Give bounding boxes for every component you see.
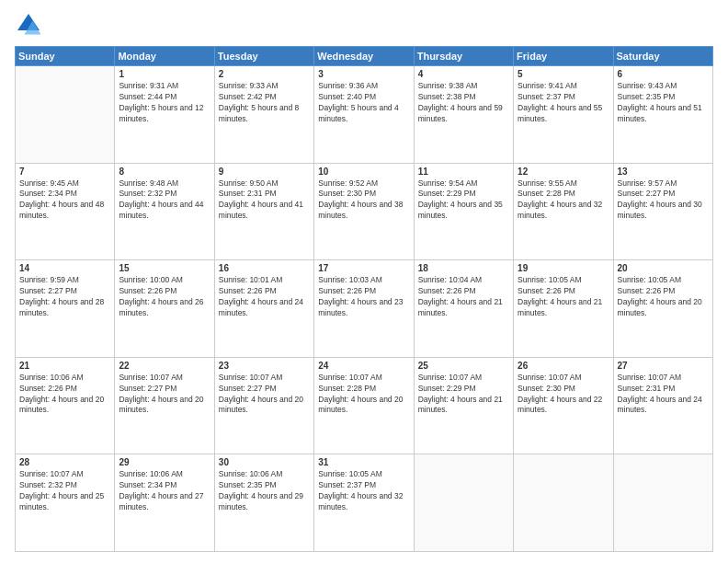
calendar-week-3: 14 Sunrise: 9:59 AM Sunset: 2:27 PM Dayl… [16, 260, 713, 358]
calendar-cell: 29 Sunrise: 10:06 AM Sunset: 2:34 PM Day… [115, 454, 214, 552]
sunrise-label: Sunrise: 10:04 AM [418, 275, 482, 284]
sunrise-label: Sunrise: 10:05 AM [518, 275, 581, 284]
sunset-label: Sunset: 2:27 PM [19, 286, 77, 295]
day-number: 8 [119, 167, 210, 177]
day-number: 5 [518, 69, 609, 79]
day-info: Sunrise: 10:05 AM Sunset: 2:26 PM Daylig… [518, 275, 609, 319]
day-info: Sunrise: 10:07 AM Sunset: 2:32 PM Daylig… [19, 469, 110, 513]
day-info: Sunrise: 10:00 AM Sunset: 2:26 PM Daylig… [119, 275, 210, 319]
day-info: Sunrise: 10:04 AM Sunset: 2:26 PM Daylig… [418, 275, 509, 319]
calendar-header-thursday: Thursday [414, 47, 513, 66]
daylight-label: Daylight: 4 hours and 30 minutes. [618, 200, 702, 220]
sunrise-label: Sunrise: 10:06 AM [219, 469, 282, 478]
daylight-label: Daylight: 4 hours and 23 minutes. [318, 297, 403, 317]
calendar-header-wednesday: Wednesday [314, 47, 414, 66]
daylight-label: Daylight: 4 hours and 20 minutes. [19, 395, 104, 415]
daylight-label: Daylight: 4 hours and 35 minutes. [418, 200, 503, 220]
day-info: Sunrise: 9:43 AM Sunset: 2:35 PM Dayligh… [618, 81, 709, 125]
day-info: Sunrise: 9:33 AM Sunset: 2:42 PM Dayligh… [219, 81, 310, 125]
sunrise-label: Sunrise: 10:03 AM [318, 275, 381, 284]
daylight-label: Daylight: 4 hours and 24 minutes. [219, 297, 303, 317]
daylight-label: Daylight: 5 hours and 4 minutes. [318, 103, 398, 123]
sunrise-label: Sunrise: 10:07 AM [219, 373, 282, 382]
sunrise-label: Sunrise: 9:57 AM [618, 178, 677, 188]
calendar-cell: 23 Sunrise: 10:07 AM Sunset: 2:27 PM Day… [214, 357, 313, 454]
sunrise-label: Sunrise: 10:07 AM [618, 373, 681, 382]
sunset-label: Sunset: 2:28 PM [318, 384, 376, 393]
day-info: Sunrise: 10:07 AM Sunset: 2:28 PM Daylig… [318, 373, 409, 417]
daylight-label: Daylight: 4 hours and 27 minutes. [119, 491, 203, 511]
day-number: 14 [19, 263, 110, 273]
sunset-label: Sunset: 2:35 PM [618, 92, 676, 101]
calendar-cell: 30 Sunrise: 10:06 AM Sunset: 2:35 PM Day… [214, 454, 313, 552]
sunrise-label: Sunrise: 10:07 AM [318, 373, 381, 382]
logo-icon [15, 11, 42, 39]
calendar-cell: 16 Sunrise: 10:01 AM Sunset: 2:26 PM Day… [214, 260, 313, 358]
sunset-label: Sunset: 2:26 PM [19, 384, 77, 393]
day-number: 24 [318, 361, 409, 371]
daylight-label: Daylight: 4 hours and 25 minutes. [19, 491, 104, 511]
daylight-label: Daylight: 4 hours and 32 minutes. [318, 491, 403, 511]
calendar-cell: 3 Sunrise: 9:36 AM Sunset: 2:40 PM Dayli… [314, 66, 414, 164]
day-number: 15 [119, 263, 210, 273]
calendar-cell [613, 454, 712, 552]
day-info: Sunrise: 10:01 AM Sunset: 2:26 PM Daylig… [219, 275, 310, 319]
day-info: Sunrise: 10:07 AM Sunset: 2:27 PM Daylig… [219, 373, 310, 417]
daylight-label: Daylight: 4 hours and 51 minutes. [618, 103, 702, 123]
calendar-cell: 25 Sunrise: 10:07 AM Sunset: 2:29 PM Day… [414, 357, 513, 454]
sunset-label: Sunset: 2:26 PM [418, 286, 476, 295]
day-info: Sunrise: 10:06 AM Sunset: 2:34 PM Daylig… [119, 469, 210, 513]
sunrise-label: Sunrise: 10:07 AM [119, 373, 182, 382]
day-number: 7 [19, 167, 110, 177]
day-number: 25 [418, 361, 509, 371]
sunset-label: Sunset: 2:29 PM [418, 384, 476, 393]
calendar-cell: 14 Sunrise: 9:59 AM Sunset: 2:27 PM Dayl… [16, 260, 115, 358]
daylight-label: Daylight: 4 hours and 55 minutes. [518, 103, 602, 123]
sunset-label: Sunset: 2:27 PM [618, 189, 676, 198]
day-info: Sunrise: 10:06 AM Sunset: 2:26 PM Daylig… [19, 373, 110, 417]
sunset-label: Sunset: 2:26 PM [518, 286, 575, 295]
sunset-label: Sunset: 2:38 PM [418, 92, 476, 101]
sunrise-label: Sunrise: 9:59 AM [19, 275, 79, 284]
calendar-cell: 18 Sunrise: 10:04 AM Sunset: 2:26 PM Day… [414, 260, 513, 358]
sunset-label: Sunset: 2:26 PM [119, 286, 176, 295]
day-info: Sunrise: 9:57 AM Sunset: 2:27 PM Dayligh… [618, 178, 709, 223]
calendar-header-sunday: Sunday [16, 47, 115, 66]
calendar-cell: 12 Sunrise: 9:55 AM Sunset: 2:28 PM Dayl… [514, 163, 613, 260]
day-number: 16 [219, 263, 310, 273]
sunset-label: Sunset: 2:37 PM [518, 92, 575, 101]
daylight-label: Daylight: 4 hours and 21 minutes. [418, 395, 503, 415]
sunset-label: Sunset: 2:32 PM [119, 189, 176, 198]
calendar-cell: 13 Sunrise: 9:57 AM Sunset: 2:27 PM Dayl… [613, 163, 712, 260]
calendar-cell: 27 Sunrise: 10:07 AM Sunset: 2:31 PM Day… [613, 357, 712, 454]
daylight-label: Daylight: 4 hours and 41 minutes. [219, 200, 303, 220]
sunrise-label: Sunrise: 10:01 AM [219, 275, 282, 284]
sunset-label: Sunset: 2:35 PM [219, 480, 277, 489]
calendar-cell: 21 Sunrise: 10:06 AM Sunset: 2:26 PM Day… [16, 357, 115, 454]
sunrise-label: Sunrise: 10:07 AM [518, 373, 581, 382]
day-number: 6 [618, 69, 709, 79]
day-number: 3 [318, 69, 409, 79]
daylight-label: Daylight: 4 hours and 20 minutes. [318, 395, 403, 415]
day-info: Sunrise: 10:07 AM Sunset: 2:30 PM Daylig… [518, 373, 609, 417]
calendar-cell: 19 Sunrise: 10:05 AM Sunset: 2:26 PM Day… [514, 260, 613, 358]
sunset-label: Sunset: 2:31 PM [618, 384, 676, 393]
sunrise-label: Sunrise: 9:43 AM [618, 81, 677, 90]
sunset-label: Sunset: 2:40 PM [318, 92, 376, 101]
calendar-week-5: 28 Sunrise: 10:07 AM Sunset: 2:32 PM Day… [16, 454, 713, 552]
sunrise-label: Sunrise: 10:07 AM [418, 373, 482, 382]
calendar-cell: 6 Sunrise: 9:43 AM Sunset: 2:35 PM Dayli… [613, 66, 712, 164]
day-info: Sunrise: 9:50 AM Sunset: 2:31 PM Dayligh… [219, 178, 310, 223]
sunrise-label: Sunrise: 9:52 AM [318, 178, 378, 188]
daylight-label: Daylight: 4 hours and 44 minutes. [119, 200, 203, 220]
page: SundayMondayTuesdayWednesdayThursdayFrid… [0, 0, 728, 563]
sunrise-label: Sunrise: 9:45 AM [19, 178, 79, 188]
daylight-label: Daylight: 5 hours and 12 minutes. [119, 103, 203, 123]
day-info: Sunrise: 9:36 AM Sunset: 2:40 PM Dayligh… [318, 81, 409, 125]
sunset-label: Sunset: 2:30 PM [518, 384, 575, 393]
day-number: 21 [19, 361, 110, 371]
sunset-label: Sunset: 2:26 PM [219, 286, 277, 295]
sunrise-label: Sunrise: 9:48 AM [119, 178, 178, 188]
daylight-label: Daylight: 4 hours and 32 minutes. [518, 200, 602, 220]
day-number: 4 [418, 69, 509, 79]
